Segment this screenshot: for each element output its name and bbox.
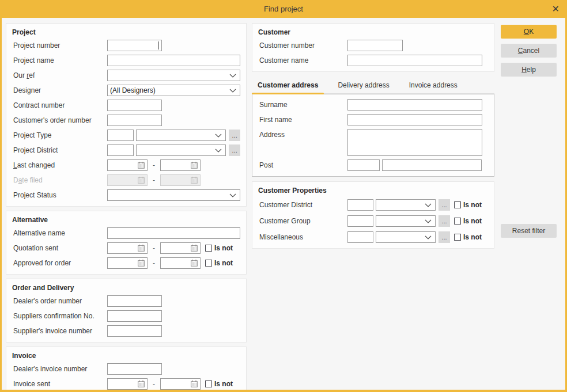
post-city-input[interactable] [382, 159, 482, 171]
suppliers-invoice-number-input[interactable] [107, 325, 162, 337]
chevron-down-icon [425, 219, 432, 223]
customer-group-code-input[interactable] [347, 215, 373, 227]
ok-button[interactable]: OK [501, 25, 557, 39]
date-filed-row: Date filed - [13, 174, 240, 186]
range-separator: - [153, 176, 155, 184]
first-name-input[interactable] [347, 114, 482, 125]
customer-group-browse-button[interactable]: ... [439, 215, 450, 227]
customer-number-label: Customer number [259, 41, 347, 50]
suppliers-confirmation-label: Suppliers confirmation No. [13, 312, 107, 320]
customer-name-input[interactable] [347, 55, 482, 66]
project-name-input[interactable] [107, 55, 240, 66]
invoice-sent-from-input[interactable] [107, 378, 148, 390]
project-name-label: Project name [13, 56, 107, 64]
miscellaneous-browse-button[interactable]: ... [439, 231, 450, 243]
approved-for-order-to-input[interactable] [160, 257, 201, 269]
project-district-label: Project District [13, 146, 107, 154]
contract-number-row: Contract number [13, 100, 240, 111]
calendar-icon[interactable] [190, 161, 198, 169]
customer-address-panel: Surname First name Address Post [252, 94, 494, 177]
project-type-browse-button[interactable]: ... [229, 130, 240, 141]
miscellaneous-select[interactable] [376, 231, 436, 243]
calendar-icon[interactable] [190, 259, 198, 267]
post-label: Post [259, 161, 347, 169]
quotation-sent-to-input[interactable] [160, 242, 201, 254]
tab-customer-address[interactable]: Customer address [252, 79, 324, 93]
dealers-invoice-number-row: Dealer's invoice number [13, 363, 240, 375]
miscellaneous-code-input[interactable] [347, 231, 373, 243]
customer-district-isnot-checkbox[interactable] [454, 201, 461, 208]
customer-district-label: Customer District [259, 201, 347, 209]
miscellaneous-isnot-checkbox[interactable] [454, 234, 461, 241]
alternative-name-input[interactable] [107, 227, 240, 239]
project-district-select[interactable] [136, 144, 226, 156]
tab-invoice-address[interactable]: Invoice address [403, 79, 463, 93]
customer-group-select[interactable] [376, 215, 436, 227]
approved-for-order-isnot-checkbox[interactable] [205, 260, 212, 267]
customer-group-row: Customer Group ... Is not [259, 215, 488, 227]
approved-for-order-from-input[interactable] [107, 257, 148, 269]
quotation-sent-isnot-checkbox[interactable] [205, 245, 212, 252]
designer-select[interactable]: (All Designers) [107, 85, 240, 96]
calendar-icon [190, 176, 198, 184]
calendar-icon[interactable] [137, 161, 145, 169]
invoice-sent-row: Invoice sent - Is not [13, 378, 240, 390]
project-status-select[interactable] [107, 189, 240, 201]
customer-number-input[interactable] [347, 40, 403, 51]
post-code-input[interactable] [347, 159, 380, 171]
dealers-invoice-number-input[interactable] [107, 363, 162, 375]
project-section-header: Project [12, 26, 240, 36]
first-name-label: First name [259, 116, 347, 124]
project-number-label: Project number [13, 41, 107, 50]
customer-group-isnot-checkbox[interactable] [454, 218, 461, 224]
customer-properties-header: Customer Properties [258, 185, 488, 195]
dealers-order-number-input[interactable] [107, 295, 162, 307]
range-separator: - [153, 244, 155, 252]
contract-number-input[interactable] [107, 100, 162, 111]
last-changed-from-input[interactable] [107, 159, 148, 171]
surname-input[interactable] [347, 99, 482, 111]
address-textarea[interactable] [347, 129, 482, 156]
quotation-sent-label: Quotation sent [13, 244, 107, 252]
calendar-icon[interactable] [137, 380, 145, 388]
last-changed-to-input[interactable] [160, 159, 201, 171]
calendar-icon[interactable] [190, 380, 198, 388]
invoice-sent-to-input[interactable] [160, 378, 201, 390]
reset-filter-button[interactable]: Reset filter [501, 224, 557, 238]
chevron-down-icon [215, 134, 222, 138]
close-icon[interactable]: ✕ [552, 5, 560, 14]
quotation-sent-from-input[interactable] [107, 242, 148, 254]
project-type-select[interactable] [136, 130, 226, 141]
project-type-code-input[interactable] [107, 130, 134, 141]
contract-number-label: Contract number [13, 101, 107, 109]
last-changed-row: Last changed - [13, 159, 240, 171]
our-ref-select[interactable] [107, 70, 240, 81]
suppliers-confirmation-input[interactable] [107, 310, 162, 322]
calendar-icon[interactable] [137, 259, 145, 267]
designer-label: Designer [13, 86, 107, 94]
project-district-code-input[interactable] [107, 144, 134, 156]
customer-properties-section: Customer Properties Customer District ..… [252, 181, 494, 249]
customer-name-row: Customer name [259, 55, 488, 66]
project-number-input[interactable] [107, 40, 162, 51]
calendar-icon[interactable] [190, 244, 198, 252]
invoice-sent-isnot-checkbox[interactable] [205, 380, 212, 387]
help-button[interactable]: Help [501, 63, 557, 77]
is-not-label: Is not [463, 217, 482, 225]
customer-district-select[interactable] [376, 199, 436, 211]
calendar-icon[interactable] [137, 244, 145, 252]
first-name-row: First name [259, 114, 488, 125]
customer-section-header: Customer [258, 26, 488, 36]
customer-district-code-input[interactable] [347, 199, 373, 211]
miscellaneous-row: Miscellaneous ... Is not [259, 231, 488, 243]
customers-order-number-input[interactable] [107, 115, 162, 126]
approved-for-order-label: Approved for order [13, 259, 107, 267]
cancel-button[interactable]: Cancel [501, 44, 557, 58]
project-district-browse-button[interactable]: ... [229, 144, 240, 156]
customer-district-browse-button[interactable]: ... [439, 199, 450, 211]
title-bar: Find project ✕ [0, 0, 567, 18]
date-filed-label: Date filed [13, 176, 107, 184]
window-border-left [0, 0, 2, 392]
chevron-down-icon [425, 203, 432, 207]
tab-delivery-address[interactable]: Delivery address [332, 79, 395, 93]
